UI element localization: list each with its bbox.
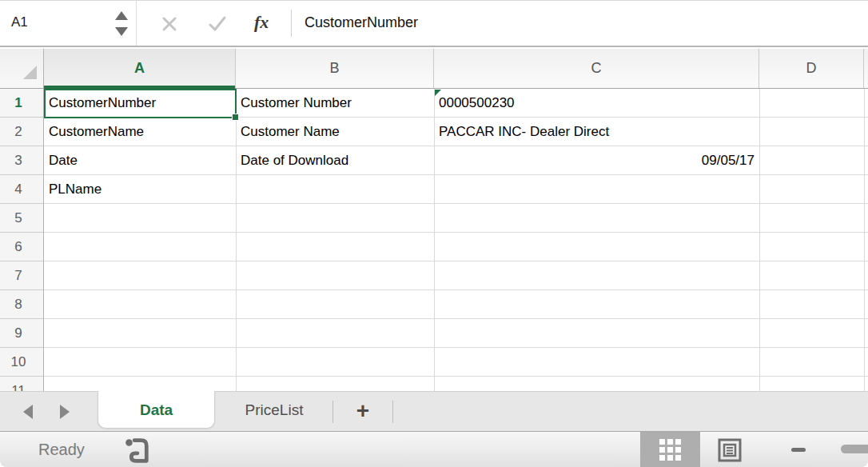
sheet-tab-bar: Data PriceList +	[0, 391, 868, 431]
row-header-3[interactable]: 3	[0, 146, 43, 175]
divider	[392, 401, 393, 423]
column-headers: A B C D	[0, 49, 868, 89]
gridline-v	[864, 89, 865, 391]
status-bar: Ready	[0, 431, 868, 467]
gridline-v	[759, 89, 760, 391]
add-sheet-button[interactable]: +	[338, 392, 388, 431]
prev-sheet-icon[interactable]	[19, 401, 40, 422]
cell-a4[interactable]: PLName	[44, 175, 236, 204]
cell-a2[interactable]: CustomerName	[44, 118, 236, 146]
column-header-a[interactable]: A	[44, 49, 236, 88]
column-header-b[interactable]: B	[236, 49, 434, 88]
cells-area[interactable]: CustomerNumber Customer Number 000050023…	[44, 89, 868, 391]
selection-outline	[44, 89, 237, 118]
view-page-layout-button[interactable]	[711, 432, 749, 467]
row-header-9[interactable]: 9	[0, 319, 43, 348]
view-normal-button[interactable]	[640, 432, 700, 467]
cell-b3[interactable]: Date of Download	[236, 146, 434, 175]
excel-window: A1 fx CustomerNumber A B C D 12345678910…	[0, 0, 868, 467]
row-header-6[interactable]: 6	[0, 233, 43, 261]
confirm-icon[interactable]	[209, 16, 226, 32]
name-box-stepper[interactable]	[113, 10, 129, 38]
name-box-value[interactable]: A1	[11, 14, 28, 30]
insert-function-icon[interactable]: fx	[254, 12, 269, 33]
column-header-partial[interactable]	[864, 49, 868, 88]
status-text: Ready	[38, 441, 85, 459]
cell-b2[interactable]: Customer Name	[236, 118, 434, 146]
row-header-8[interactable]: 8	[0, 290, 43, 319]
next-sheet-icon[interactable]	[53, 401, 74, 422]
sheet-grid: 1234567891011 CustomerNumber Customer Nu…	[0, 89, 868, 391]
divider	[291, 10, 292, 37]
select-all-triangle-icon	[23, 66, 37, 79]
divider	[136, 1, 137, 46]
cell-a3[interactable]: Date	[44, 146, 236, 175]
page-layout-icon	[718, 438, 742, 462]
cell-c3[interactable]: 09/05/17	[434, 146, 759, 175]
zoom-out-button[interactable]	[791, 448, 806, 452]
name-box[interactable]: A1	[0, 1, 136, 46]
row-header-2[interactable]: 2	[0, 118, 43, 146]
select-all-corner[interactable]	[0, 49, 44, 88]
cell-c2[interactable]: PACCAR INC- Dealer Direct	[434, 118, 759, 146]
cell-c1[interactable]: 0000500230	[434, 89, 759, 118]
row-header-10[interactable]: 10	[0, 348, 43, 377]
column-header-c[interactable]: C	[434, 49, 759, 88]
row-headers: 1234567891011	[0, 89, 44, 391]
row-header-5[interactable]: 5	[0, 204, 43, 233]
cell-b1[interactable]: Customer Number	[236, 89, 434, 118]
formula-bar: A1 fx CustomerNumber	[0, 1, 868, 47]
macro-record-icon[interactable]	[120, 436, 152, 466]
column-header-d[interactable]: D	[759, 49, 864, 88]
fill-handle[interactable]	[232, 114, 239, 121]
stepper-up-icon[interactable]	[115, 11, 128, 20]
formula-input[interactable]: CustomerNumber	[305, 14, 418, 31]
error-marker-icon	[435, 90, 441, 96]
stepper-down-icon[interactable]	[115, 27, 128, 36]
tab-pricelist[interactable]: PriceList	[217, 391, 331, 429]
zoom-slider[interactable]	[841, 445, 868, 453]
cancel-icon[interactable]	[161, 16, 177, 32]
row-header-1[interactable]: 1	[0, 89, 43, 118]
row-header-11[interactable]: 11	[0, 377, 43, 391]
row-header-7[interactable]: 7	[0, 261, 43, 290]
tab-data[interactable]: Data	[98, 391, 215, 429]
divider	[332, 401, 333, 423]
row-header-4[interactable]: 4	[0, 175, 43, 204]
grid-view-icon	[659, 439, 681, 461]
